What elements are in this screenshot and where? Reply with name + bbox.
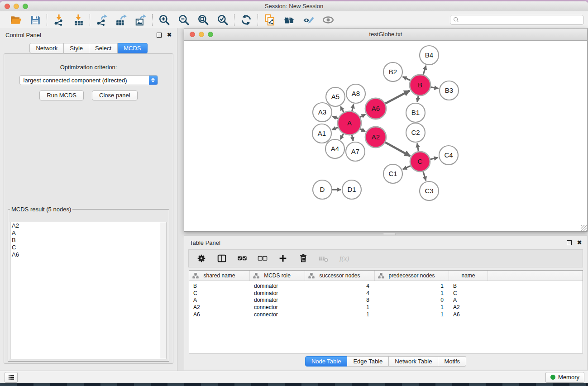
mcds-result-item[interactable]: A2 <box>10 222 167 229</box>
task-history-button[interactable] <box>5 372 18 383</box>
graph-node-B2[interactable]: B2 <box>383 62 402 81</box>
graph-edge-A-A5[interactable] <box>340 106 344 113</box>
criterion-select[interactable]: largest connected component (directed) <box>19 75 158 85</box>
export-table-icon[interactable] <box>115 14 127 26</box>
network-canvas[interactable]: B4B2BB3A8A5A6B1A3AC2A1A2A4A7C4CC1C3DD1 <box>184 41 587 231</box>
column-header-mcds-role[interactable]: MCDS role <box>250 271 305 281</box>
table-tab-node-table[interactable]: Node Table <box>305 356 348 367</box>
float-panel-icon[interactable] <box>157 33 162 38</box>
export-network-icon[interactable] <box>96 14 108 26</box>
show-graphics-icon[interactable] <box>322 14 334 26</box>
graph-node-B1[interactable]: B1 <box>406 103 425 122</box>
graph-node-C2[interactable]: C2 <box>406 123 425 142</box>
graph-node-A3[interactable]: A3 <box>313 103 332 122</box>
network-minimize-button[interactable] <box>199 32 204 37</box>
mcds-result-item[interactable]: A6 <box>10 251 167 258</box>
graph-edge-A2-C[interactable] <box>385 142 410 156</box>
mcds-result-item[interactable]: C <box>10 244 167 251</box>
export-image-icon[interactable] <box>135 14 147 26</box>
graph-node-C[interactable]: C <box>410 152 430 172</box>
mcds-result-item[interactable]: B <box>10 237 167 244</box>
zoom-window-button[interactable] <box>23 4 28 9</box>
column-header-shared-name[interactable]: shared name <box>189 271 250 281</box>
graph-node-A[interactable]: A <box>338 111 361 135</box>
open-file-icon[interactable] <box>10 14 22 26</box>
graph-node-C3[interactable]: C3 <box>420 181 439 200</box>
graph-node-A4[interactable]: A4 <box>325 139 344 158</box>
search-input[interactable] <box>460 16 583 24</box>
network-close-button[interactable] <box>190 32 195 37</box>
graph-edge-C-C2[interactable] <box>417 143 419 152</box>
table-row[interactable]: Cdominator41C <box>189 290 583 297</box>
graph-node-B[interactable]: B <box>410 75 430 95</box>
column-header-successor-nodes[interactable]: successor nodes <box>305 271 375 281</box>
table-row[interactable]: Adominator80A <box>189 297 583 304</box>
graph-node-C4[interactable]: C4 <box>439 146 458 165</box>
table-tab-motifs[interactable]: Motifs <box>438 356 466 367</box>
graph-edge-B-B2[interactable] <box>403 76 411 81</box>
graph-node-A5[interactable]: A5 <box>326 87 345 106</box>
table-tab-network-table[interactable]: Network Table <box>389 356 438 367</box>
column-header-predecessor-nodes[interactable]: predecessor nodes <box>375 271 449 281</box>
graph-node-A8[interactable]: A8 <box>346 84 365 103</box>
graph-node-B4[interactable]: B4 <box>420 46 439 65</box>
minimize-window-button[interactable] <box>14 4 19 9</box>
graph-node-A1[interactable]: A1 <box>312 124 331 143</box>
table-tab-edge-table[interactable]: Edge Table <box>347 356 389 367</box>
close-panel-icon[interactable]: ✖ <box>167 33 172 37</box>
graph-node-A6[interactable]: A6 <box>365 98 386 119</box>
graph-edge-C-C1[interactable] <box>403 166 411 169</box>
resize-grip-icon[interactable] <box>581 225 587 231</box>
zoom-out-icon[interactable] <box>178 14 190 26</box>
home-view-icon[interactable] <box>283 14 295 26</box>
column-header-name[interactable]: name <box>449 271 488 281</box>
graph-edge-A-A4[interactable] <box>340 133 344 139</box>
graph-edge-B-B4[interactable] <box>423 66 426 75</box>
style-edit-icon[interactable] <box>303 14 315 26</box>
tab-mcds[interactable]: MCDS <box>118 43 147 53</box>
table-row[interactable]: Bdominator41B <box>189 282 583 290</box>
run-mcds-button[interactable]: Run MCDS <box>39 91 84 100</box>
graph-edge-B-B1[interactable] <box>417 95 418 102</box>
graph-node-B3[interactable]: B3 <box>440 81 459 100</box>
toggle-columns-icon[interactable] <box>217 253 227 263</box>
graph-edge-C-C4[interactable] <box>430 157 438 159</box>
tab-select[interactable]: Select <box>89 43 118 53</box>
graph-edge-A-A6[interactable] <box>360 114 365 118</box>
graph-node-D1[interactable]: D1 <box>342 180 361 199</box>
close-panel-button[interactable]: Close panel <box>92 91 138 100</box>
network-zoom-button[interactable] <box>208 32 213 37</box>
table-row[interactable]: A6connector11A6 <box>189 311 583 318</box>
delete-column-trash-icon[interactable] <box>298 253 308 263</box>
table-close-panel-icon[interactable]: ✖ <box>577 240 582 245</box>
import-network-icon[interactable] <box>53 14 65 26</box>
graph-edge-A-A2[interactable] <box>360 129 365 131</box>
zoom-fit-icon[interactable] <box>197 14 209 26</box>
scrollbar-track[interactable] <box>160 222 167 359</box>
tab-style[interactable]: Style <box>64 43 89 53</box>
refresh-view-icon[interactable] <box>240 14 252 26</box>
table-row[interactable]: A2connector11A2 <box>189 304 583 311</box>
table-float-panel-icon[interactable] <box>567 240 572 245</box>
table-settings-gear-icon[interactable] <box>196 253 206 263</box>
zoom-selected-icon[interactable] <box>217 14 229 26</box>
deselect-all-check-icon[interactable] <box>258 253 268 263</box>
zoom-in-icon[interactable] <box>158 14 170 26</box>
graph-edge-A-A3[interactable] <box>332 116 339 119</box>
memory-button[interactable]: Memory <box>545 372 584 383</box>
graph-node-D[interactable]: D <box>313 180 332 199</box>
network-from-file-icon[interactable] <box>264 14 276 26</box>
graph-node-C1[interactable]: C1 <box>383 164 402 183</box>
close-window-button[interactable] <box>5 4 10 9</box>
graph-edge-C-C3[interactable] <box>423 171 425 181</box>
graph-node-A2[interactable]: A2 <box>365 127 386 148</box>
graph-node-A7[interactable]: A7 <box>346 142 365 161</box>
graph-edge-B-B3[interactable] <box>430 87 439 88</box>
tab-network[interactable]: Network <box>29 43 64 53</box>
add-column-plus-icon[interactable] <box>278 253 288 263</box>
graph-edge-A-A8[interactable] <box>352 104 353 111</box>
graph-edge-A6-B[interactable] <box>385 91 410 104</box>
import-table-icon[interactable] <box>72 14 84 26</box>
select-all-check-icon[interactable] <box>237 253 247 263</box>
network-window-titlebar[interactable]: testGlobe.txt <box>184 29 587 41</box>
